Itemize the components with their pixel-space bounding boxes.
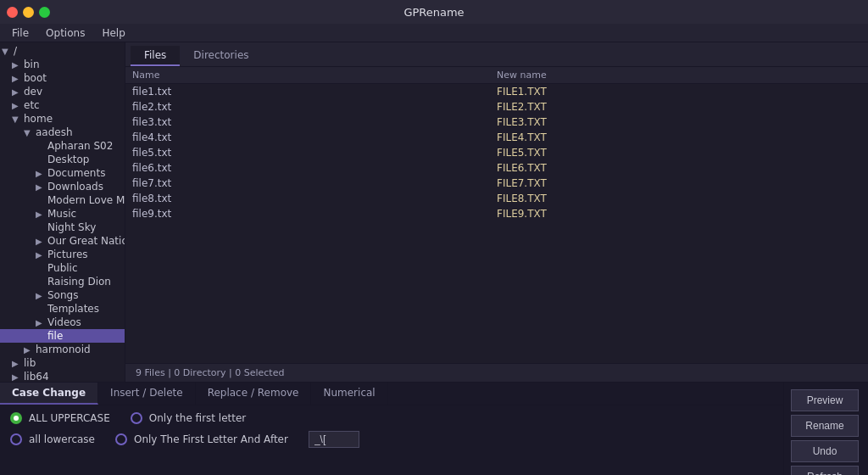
tree-item-public[interactable]: Public	[0, 261, 125, 275]
tree-item-aadesh[interactable]: ▼aadesh	[0, 126, 125, 139]
close-button[interactable]	[7, 7, 18, 18]
tree-item-pictures[interactable]: ▶Pictures	[0, 248, 125, 261]
tree-item-harmonoid[interactable]: ▶harmonoid	[0, 343, 125, 356]
tree-item-home[interactable]: ▼home	[0, 112, 125, 126]
tree-label-music: Music	[47, 208, 76, 220]
tree-arrow-home: ▼	[12, 115, 24, 124]
minimize-button[interactable]	[23, 7, 34, 18]
menu-options[interactable]: Options	[37, 25, 93, 41]
radio-lowercase[interactable]: all lowercase	[10, 433, 95, 445]
tree-item-dev[interactable]: ▶dev	[0, 85, 125, 98]
btab-casechange[interactable]: Case Change	[0, 383, 98, 405]
statusbar: 9 Files | 0 Directory | 0 Selected	[125, 363, 868, 382]
right-buttons: Preview Rename Undo Refresh	[783, 383, 868, 475]
app-title: GPRename	[403, 6, 464, 19]
file-row[interactable]: file5.txtFILE5.TXT	[125, 145, 868, 160]
col-header-name: Name	[132, 70, 497, 81]
case-row1: ALL UPPERCASE Only the first letter	[10, 412, 773, 424]
after-input[interactable]	[309, 431, 359, 448]
tree-item-desktop[interactable]: Desktop	[0, 153, 125, 166]
file-row[interactable]: file3.txtFILE3.TXT	[125, 115, 868, 130]
tab-files[interactable]: Files	[131, 46, 180, 66]
tree-label-lib: lib	[24, 357, 36, 369]
file-name: file7.txt	[132, 177, 497, 189]
menubar: File Options Help	[0, 24, 868, 42]
menu-file[interactable]: File	[3, 25, 37, 41]
file-name: file9.txt	[132, 208, 497, 220]
tree-arrow-root: ▼	[2, 47, 14, 56]
tree-item-lib[interactable]: ▶lib	[0, 356, 125, 370]
tab-directories[interactable]: Directories	[180, 46, 262, 66]
file-row[interactable]: file7.txtFILE7.TXT	[125, 176, 868, 191]
btab-replaceremove[interactable]: Replace / Remove	[196, 383, 312, 405]
main-area: ▼ / ▶bin▶boot▶dev▶etc▼home▼aadeshApharan…	[0, 42, 868, 382]
radio-uppercase-label: ALL UPPERCASE	[29, 412, 110, 424]
radio-lowercase-btn[interactable]	[10, 433, 22, 445]
file-row[interactable]: file4.txtFILE4.TXT	[125, 130, 868, 145]
radio-firstletter-btn[interactable]	[131, 412, 142, 424]
file-newname: FILE1.TXT	[497, 86, 861, 98]
tree-arrow-documents: ▶	[36, 169, 47, 178]
tree-item-music[interactable]: ▶Music	[0, 207, 125, 221]
tree-label-nightsky: Night Sky	[47, 221, 96, 233]
file-row[interactable]: file6.txtFILE6.TXT	[125, 160, 868, 176]
tree-label-downloads: Downloads	[47, 181, 103, 193]
tree-root[interactable]: ▼ /	[0, 44, 125, 58]
options-area: Case Change Insert / Delete Replace / Re…	[0, 383, 783, 475]
tree-item-templates[interactable]: Templates	[0, 302, 125, 316]
radio-firstletterafter[interactable]: Only The First Letter And After	[115, 433, 288, 445]
file-row[interactable]: file8.txtFILE8.TXT	[125, 191, 868, 206]
file-newname: FILE8.TXT	[497, 193, 861, 204]
tree-item-raisingdion[interactable]: Raising Dion	[0, 275, 125, 288]
tree-arrow-pictures: ▶	[36, 250, 47, 260]
tree-item-apharan[interactable]: Apharan S02	[0, 139, 125, 153]
file-list-header: Name New name	[125, 67, 868, 84]
titlebar: GPRename	[0, 0, 868, 24]
tree-arrow-lib64: ▶	[12, 372, 24, 382]
radio-uppercase-btn[interactable]	[10, 412, 22, 424]
menu-help[interactable]: Help	[93, 25, 133, 41]
traffic-lights	[7, 7, 50, 18]
tree-item-documents[interactable]: ▶Documents	[0, 166, 125, 180]
tree-item-bin[interactable]: ▶bin	[0, 58, 125, 71]
tree-item-boot[interactable]: ▶boot	[0, 71, 125, 85]
tree-item-file[interactable]: file	[0, 329, 125, 343]
case-row2: all lowercase Only The First Letter And …	[10, 431, 773, 448]
tree-item-downloads[interactable]: ▶Downloads	[0, 180, 125, 193]
refresh-button[interactable]: Refresh	[791, 466, 859, 475]
btab-insertdelete[interactable]: Insert / Delete	[98, 383, 196, 405]
tree-label-documents: Documents	[47, 167, 105, 179]
btab-numerical[interactable]: Numerical	[311, 383, 387, 405]
tree-item-videos[interactable]: ▶Videos	[0, 316, 125, 329]
radio-firstletterafter-btn[interactable]	[115, 433, 127, 445]
file-row[interactable]: file9.txtFILE9.TXT	[125, 206, 868, 221]
radio-uppercase[interactable]: ALL UPPERCASE	[10, 412, 110, 424]
file-row[interactable]: file1.txtFILE1.TXT	[125, 84, 868, 99]
radio-firstletterafter-label: Only The First Letter And After	[134, 433, 288, 445]
maximize-button[interactable]	[39, 7, 50, 18]
tree-item-ourgreat[interactable]: ▶Our Great National	[0, 234, 125, 248]
tree-item-songs[interactable]: ▶Songs	[0, 288, 125, 302]
tree-arrow-bin: ▶	[12, 60, 24, 70]
file-name: file1.txt	[132, 86, 497, 98]
tree-label-home: home	[24, 113, 53, 125]
radio-firstletter[interactable]: Only the first letter	[131, 412, 247, 424]
rename-button[interactable]: Rename	[791, 415, 859, 437]
tree-label-templates: Templates	[47, 303, 99, 315]
tree-label-dev: dev	[24, 86, 42, 98]
tree-item-lib64[interactable]: ▶lib64	[0, 370, 125, 382]
file-row[interactable]: file2.txtFILE2.TXT	[125, 99, 868, 115]
radio-firstletter-label: Only the first letter	[149, 412, 247, 424]
file-list: Name New name file1.txtFILE1.TXTfile2.tx…	[125, 67, 868, 363]
tree-item-etc[interactable]: ▶etc	[0, 98, 125, 112]
tree-label-apharan: Apharan S02	[47, 140, 113, 152]
file-name: file2.txt	[132, 101, 497, 113]
undo-button[interactable]: Undo	[791, 440, 859, 462]
file-name: file8.txt	[132, 193, 497, 204]
tree-label-harmonoid: harmonoid	[36, 344, 91, 355]
tree-arrow-videos: ▶	[36, 318, 47, 327]
tree-label-modernlove: Modern Love Mumbai	[47, 194, 125, 206]
preview-button[interactable]: Preview	[791, 389, 859, 411]
tree-item-modernlove[interactable]: Modern Love Mumbai	[0, 193, 125, 207]
tree-item-nightsky[interactable]: Night Sky	[0, 221, 125, 234]
